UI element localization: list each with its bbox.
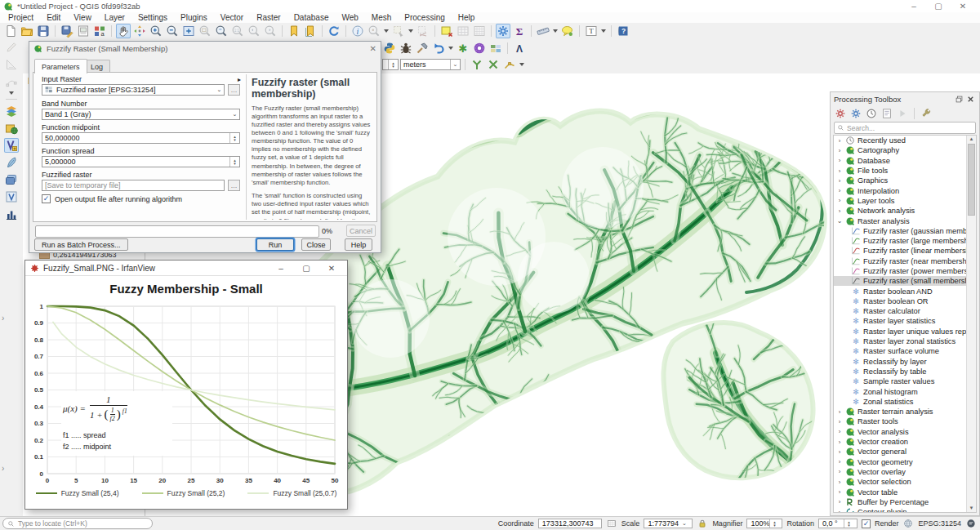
zoom-feature-icon[interactable] xyxy=(367,24,381,38)
feather-icon[interactable] xyxy=(4,155,19,170)
midpoint-spinbox[interactable]: 50,000000 ▴▾ xyxy=(42,132,240,144)
wrench-icon[interactable] xyxy=(920,107,933,120)
toolbox-item[interactable]: Fuzzify raster (small membership) xyxy=(834,276,976,286)
toolbox-item[interactable]: ✻Raster layer unique values report xyxy=(834,327,976,336)
toolbox-item[interactable]: ›Interpolation xyxy=(834,185,976,195)
table-icon[interactable] xyxy=(456,24,470,38)
new-page-icon[interactable] xyxy=(3,24,18,38)
expand-icon[interactable]: › xyxy=(836,479,843,486)
toolbox-search-input[interactable]: Search... xyxy=(834,122,976,134)
expand-icon[interactable]: › xyxy=(836,137,843,145)
bookmark-show-icon[interactable] xyxy=(303,24,318,38)
close-icon[interactable]: ✕ xyxy=(370,44,376,53)
toolbox-item[interactable]: ›Vector overlay xyxy=(834,467,976,477)
toolbox-item[interactable]: ✻Reclassify by layer xyxy=(834,357,976,367)
dropdown-arrow-icon[interactable] xyxy=(384,29,389,33)
toolbox-item[interactable]: ›Contour plugin xyxy=(834,507,976,513)
grid-icon[interactable] xyxy=(472,24,487,38)
locate-input[interactable]: Type to locate (Ctrl+K) xyxy=(2,518,153,529)
play-icon[interactable] xyxy=(896,107,909,120)
plugin-disc-icon[interactable] xyxy=(472,41,487,56)
toolbox-item[interactable]: ✻Raster boolean AND xyxy=(834,286,976,296)
spread-spinbox[interactable]: 5,000000 ▴▾ xyxy=(42,156,240,167)
zoom-layer-icon[interactable] xyxy=(214,24,229,38)
expand-icon[interactable]: › xyxy=(836,418,843,425)
vertex-node-icon[interactable] xyxy=(502,57,517,72)
menu-view[interactable]: View xyxy=(67,13,98,22)
identify-icon[interactable]: i xyxy=(350,24,365,38)
menu-vector[interactable]: Vector xyxy=(214,13,250,22)
expand-icon[interactable]: › xyxy=(836,197,843,204)
band-select[interactable]: Band 1 (Gray) ⌄ xyxy=(42,109,240,120)
toolbox-item[interactable]: ›Vector selection xyxy=(834,477,976,487)
lock-icon[interactable] xyxy=(697,518,708,529)
toolbox-item[interactable]: ✻Sample raster values xyxy=(834,376,976,386)
clock-icon[interactable] xyxy=(865,107,878,120)
toolbox-item[interactable]: ›Database xyxy=(834,156,976,166)
toolbox-item[interactable]: ⌄Raster analysis xyxy=(834,216,976,225)
toolbox-item[interactable]: ›Vector table xyxy=(834,487,976,497)
open-folder-icon[interactable] xyxy=(20,24,34,38)
batch-button[interactable]: Run as Batch Process... xyxy=(34,238,128,251)
help-collapse-icon[interactable]: ▸ xyxy=(238,76,241,83)
toolbox-item[interactable]: ›Vector creation xyxy=(834,437,976,447)
toolbox-item[interactable]: Fuzzify raster (power membership) xyxy=(834,266,976,276)
render-checkbox[interactable]: ✓ xyxy=(862,519,871,528)
panel-collapse-icon[interactable]: › xyxy=(2,314,4,323)
toolbox-item[interactable]: ✻Raster surface volume xyxy=(834,346,976,356)
close-icon[interactable]: ✕ xyxy=(321,264,342,273)
toolbox-item[interactable]: ✻Raster calculator xyxy=(834,306,976,316)
deselect-icon[interactable] xyxy=(416,24,430,38)
menu-help[interactable]: Help xyxy=(452,13,482,22)
expand-icon[interactable]: › xyxy=(836,157,843,164)
bookmark-new-icon[interactable] xyxy=(287,24,301,38)
python-icon[interactable] xyxy=(382,41,397,56)
geopkg-icon[interactable] xyxy=(4,121,19,136)
input-browse-button[interactable]: … xyxy=(228,84,240,96)
extents-icon[interactable] xyxy=(606,518,617,529)
raster-mini-icon[interactable] xyxy=(488,41,503,56)
toolbox-item[interactable]: Fuzzify raster (large membership) xyxy=(834,236,976,246)
expand-icon[interactable]: › xyxy=(836,488,843,496)
menu-database[interactable]: Database xyxy=(287,13,336,22)
expand-icon[interactable]: › xyxy=(836,408,843,416)
refresh-icon[interactable] xyxy=(327,24,341,38)
toolbox-item[interactable]: ✻Raster layer zonal statistics xyxy=(834,336,976,346)
dropdown-arrow-icon[interactable] xyxy=(553,29,558,33)
rotation-spinbox[interactable]: 0,0 °▴▾ xyxy=(818,519,858,528)
messages-icon[interactable] xyxy=(965,518,977,529)
gear-red-icon[interactable] xyxy=(834,107,847,120)
dropdown-arrow-icon[interactable] xyxy=(9,91,14,95)
toolbox-item[interactable]: ✻Raster boolean OR xyxy=(834,296,976,306)
menu-mesh[interactable]: Mesh xyxy=(365,13,398,22)
layout-page-icon[interactable] xyxy=(76,24,91,38)
dropdown-arrow-icon[interactable] xyxy=(408,29,413,33)
help-button[interactable]: Help xyxy=(345,238,372,251)
close-icon[interactable]: ✕ xyxy=(951,0,975,11)
expand-icon[interactable]: ⌄ xyxy=(836,217,843,225)
menu-settings[interactable]: Settings xyxy=(131,13,174,22)
tolerance-spinner[interactable]: ▴▾ xyxy=(382,59,399,70)
close-button[interactable]: Close xyxy=(301,238,331,251)
scrollbar[interactable]: ▲▼ xyxy=(966,136,976,512)
zoom-in-icon[interactable] xyxy=(149,24,163,38)
tri-icon[interactable] xyxy=(4,57,19,72)
scale-select[interactable]: 1:773794⌄ xyxy=(644,519,693,528)
expand-icon[interactable]: › xyxy=(836,177,843,185)
bubble-icon[interactable] xyxy=(560,24,575,38)
output-field[interactable]: [Save to temporary file] xyxy=(42,180,225,191)
toolbox-item[interactable]: ›Graphics xyxy=(834,176,976,185)
virtualv-icon[interactable] xyxy=(4,189,19,204)
pan-arrows-icon[interactable] xyxy=(132,24,147,38)
gear-icon[interactable] xyxy=(496,24,510,38)
save-floppy-icon[interactable] xyxy=(36,24,51,38)
toolbox-item[interactable]: ›Raster tools xyxy=(834,416,976,426)
toolbox-item[interactable]: Fuzzify raster (gaussian membership) xyxy=(834,226,976,236)
menu-processing[interactable]: Processing xyxy=(398,13,451,22)
run-button[interactable]: Run xyxy=(256,238,294,251)
toolbox-item[interactable]: Fuzzify raster (near membership) xyxy=(834,256,976,266)
units-select[interactable]: meters ⌄ xyxy=(400,59,461,70)
crs-globe-icon[interactable] xyxy=(902,518,914,529)
plugin-star-icon[interactable]: ✱ xyxy=(456,41,470,56)
menu-web[interactable]: Web xyxy=(335,13,364,22)
